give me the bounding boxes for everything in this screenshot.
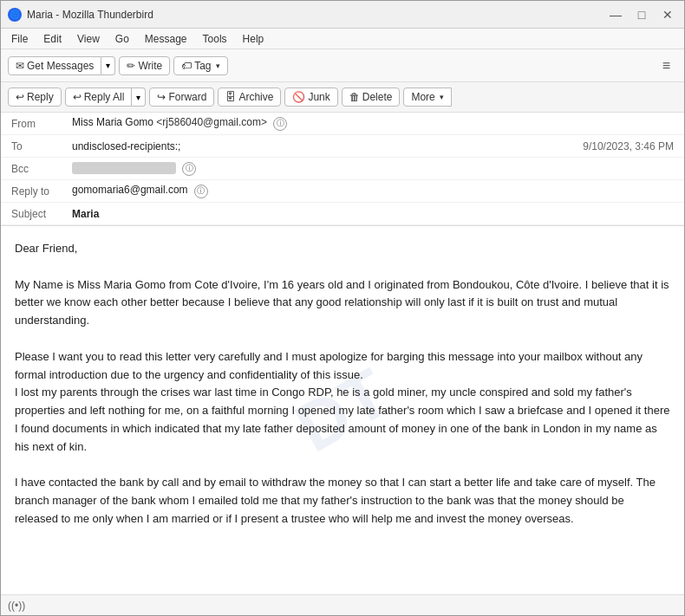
- reply-button[interactable]: ↩ Reply: [8, 88, 62, 107]
- get-messages-button[interactable]: ✉ Get Messages: [8, 56, 101, 75]
- bcc-info-icon[interactable]: ⓘ: [182, 162, 196, 176]
- reply-to-label: Reply to: [11, 185, 72, 198]
- to-row: To undisclosed-recipients:; 9/10/2023, 3…: [1, 135, 684, 158]
- bcc-value-blurred: [72, 162, 176, 174]
- menu-edit[interactable]: Edit: [36, 31, 68, 47]
- email-date: 9/10/2023, 3:46 PM: [583, 140, 674, 152]
- email-paragraph-2: Please I want you to read this letter ve…: [15, 348, 670, 457]
- junk-icon: 🚫: [292, 91, 305, 103]
- write-button[interactable]: ✏ Write: [119, 56, 170, 75]
- tag-chevron-icon: ▾: [216, 62, 220, 70]
- menu-tools[interactable]: Tools: [196, 31, 234, 47]
- more-button[interactable]: More ▾: [403, 88, 451, 107]
- menu-go[interactable]: Go: [108, 31, 136, 47]
- email-headers: ↩ Reply ↩ Reply All ▾ ↪ Forward 🗄 Archiv…: [1, 82, 684, 226]
- delete-button[interactable]: 🗑 Delete: [342, 88, 401, 107]
- main-window: 🌀 Maria - Mozilla Thunderbird — □ ✕ File…: [0, 0, 685, 616]
- email-paragraph-1: My Name is Miss Maria Gomo from Cote d'I…: [15, 276, 670, 330]
- menu-file[interactable]: File: [4, 31, 35, 47]
- subject-value: Maria: [72, 208, 674, 220]
- close-button[interactable]: ✕: [658, 5, 677, 24]
- reply-all-icon: ↩: [73, 91, 82, 103]
- email-greeting: Dear Friend,: [15, 240, 670, 258]
- from-info-icon[interactable]: ⓘ: [273, 117, 287, 131]
- maximize-button[interactable]: □: [632, 5, 651, 24]
- reply-to-row: Reply to gomomaria6@gmail.com ⓘ: [1, 180, 684, 203]
- envelope-icon: ✉: [16, 60, 24, 72]
- from-label: From: [11, 118, 72, 130]
- bcc-row: Bcc ⓘ: [1, 158, 684, 180]
- toolbar: ✉ Get Messages ▾ ✏ Write 🏷 Tag ▾ ≡: [1, 49, 684, 82]
- get-messages-dropdown[interactable]: ▾: [101, 56, 115, 75]
- email-text-content: Dear Friend, My Name is Miss Maria Gomo …: [15, 240, 670, 528]
- reply-to-info-icon[interactable]: ⓘ: [194, 185, 208, 198]
- reply-icon: ↩: [16, 91, 24, 103]
- app-icon: 🌀: [8, 8, 22, 22]
- email-body[interactable]: DT Dear Friend, My Name is Miss Maria Go…: [1, 226, 684, 594]
- subject-row: Subject Maria: [1, 203, 684, 225]
- forward-icon: ↪: [157, 91, 166, 103]
- reply-to-value: gomomaria6@gmail.com ⓘ: [72, 184, 674, 198]
- menu-help[interactable]: Help: [236, 31, 271, 47]
- hamburger-button[interactable]: ≡: [656, 55, 677, 77]
- to-label: To: [11, 140, 72, 152]
- from-value: Miss Maria Gomo <rj586040@gmail.com> ⓘ: [72, 116, 674, 131]
- action-bar: ↩ Reply ↩ Reply All ▾ ↪ Forward 🗄 Archiv…: [1, 82, 684, 113]
- tag-button[interactable]: 🏷 Tag ▾: [173, 56, 227, 75]
- to-value: undisclosed-recipients:;: [72, 140, 583, 152]
- reply-all-button[interactable]: ↩ Reply All: [65, 88, 133, 107]
- menu-message[interactable]: Message: [138, 31, 194, 47]
- bcc-label: Bcc: [11, 163, 72, 175]
- connection-icon: ((•)): [8, 600, 25, 612]
- delete-icon: 🗑: [349, 91, 360, 103]
- more-chevron-icon: ▾: [440, 93, 444, 101]
- forward-button[interactable]: ↪ Forward: [149, 88, 214, 107]
- menu-bar: File Edit View Go Message Tools Help: [1, 29, 684, 49]
- reply-all-dropdown[interactable]: ▾: [132, 88, 146, 107]
- pencil-icon: ✏: [127, 60, 135, 72]
- window-title: Maria - Mozilla Thunderbird: [27, 9, 153, 21]
- tag-icon: 🏷: [181, 60, 192, 72]
- junk-button[interactable]: 🚫 Junk: [284, 88, 337, 107]
- from-row: From Miss Maria Gomo <rj586040@gmail.com…: [1, 113, 684, 135]
- email-paragraph-3: I have contacted the bank by call and by…: [15, 474, 670, 528]
- status-bar: ((•)): [1, 594, 684, 615]
- subject-label: Subject: [11, 208, 72, 220]
- menu-view[interactable]: View: [70, 31, 107, 47]
- title-bar: 🌀 Maria - Mozilla Thunderbird — □ ✕: [1, 1, 684, 29]
- archive-button[interactable]: 🗄 Archive: [218, 88, 281, 107]
- minimize-button[interactable]: —: [606, 5, 625, 24]
- archive-icon: 🗄: [225, 91, 236, 103]
